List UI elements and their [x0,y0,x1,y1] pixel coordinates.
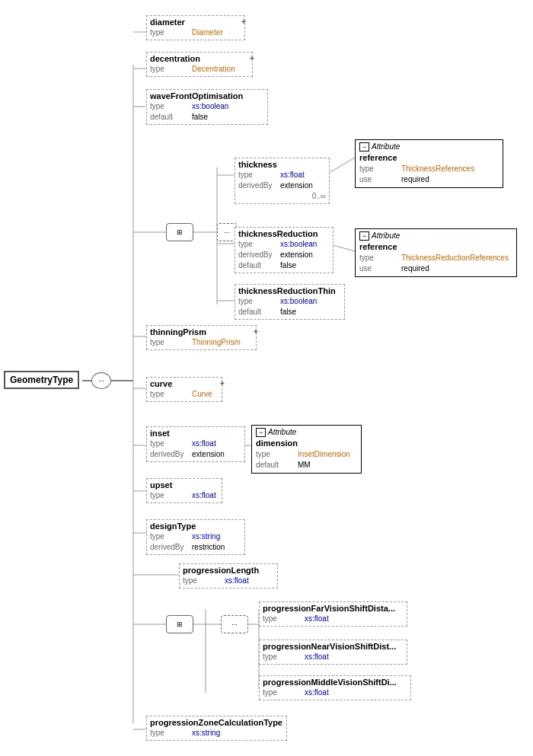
thickness-type-val: xs:float [280,170,305,180]
inset-derivedby: extension [192,449,225,460]
inset-dimension-attr-header: − Attribute [256,428,357,436]
thinning-prism-plus: + [254,327,258,336]
decentration-plus: + [250,54,254,62]
curve-plus: + [220,379,225,388]
inset-type: xs:float [192,439,216,449]
progression-near-vision-type: xs:float [305,652,329,662]
thickness-attr-type: ThicknessReferences [401,164,474,174]
main-connector-ellipse: ··· [91,372,111,389]
thickness-reduction-title: thicknessReduction [238,229,330,238]
progression-middle-vision-box: progressionMiddleVisionShiftDi... type x… [259,675,411,700]
design-type-title: designType [150,522,241,531]
diameter-plus: + [241,18,246,26]
main-connector-dots: ··· [98,377,104,384]
progression-length-title: progressionLength [183,566,274,575]
design-type-box: designType type xs:string derivedBy rest… [146,519,245,555]
geometry-type-label: GeometryType [10,375,73,385]
progression-zone-box: progressionZoneCalculationType type xs:s… [146,716,287,741]
thickness-attr-use: required [401,174,429,185]
progression-hash-connector: ⊞ [166,615,193,633]
thickness-reduction-attr-type: ThicknessReductionReferences [401,253,509,263]
thickness-reduction-type: xs:boolean [280,239,317,250]
upset-title: upset [150,480,219,490]
decentration-title: decentration [150,54,249,63]
thickness-attr-box: − Attribute reference type ThicknessRefe… [355,139,503,188]
design-type-type: xs:string [192,531,220,542]
thickness-reduction-attr-header: − Attribute [359,231,512,240]
inset-dimension-attr-box: − Attribute dimension type InsetDimensio… [251,425,362,474]
seq-dots: ··· [224,228,230,236]
thickness-attr-title: reference [359,153,499,162]
diameter-title: diameter [150,18,241,27]
curve-type: Curve [192,389,212,400]
progression-far-vision-box: progressionFarVisionShiftDista... type x… [259,601,407,627]
hash-connector-symbol: ⊞ [177,228,183,236]
wave-front-type-lbl: type [150,101,192,112]
thickness-cardinality: 0..∞ [312,191,326,202]
diameter-box: diameter type Diameter [146,15,245,40]
thickness-reduction-attr-use: required [401,263,429,274]
progression-near-vision-title: progressionNearVisionShiftDist... [263,642,404,651]
design-type-derivedby: restriction [192,542,225,553]
inset-dimension-default: MM [298,460,311,471]
decentration-box: decentration type Decentration [146,52,253,77]
progression-zone-type: xs:string [192,728,220,738]
thickness-attr-label: Attribute [372,142,400,151]
progression-middle-vision-type: xs:float [305,687,329,698]
thinning-prism-box: thinningPrism type ThinningPrism [146,325,257,350]
thickness-reduction-thin-title: thicknessReductionThin [238,286,341,295]
curve-title: curve [150,379,219,388]
wave-front-default-lbl: default [150,112,192,123]
wave-front-default-val: false [192,112,208,123]
thickness-reduction-attr-box: − Attribute reference type ThicknessRedu… [355,228,517,277]
inset-box: inset type xs:float derivedBy extension [146,426,245,462]
hash-connector-left: ⊞ [166,223,193,241]
wave-front-type-val: xs:boolean [192,101,228,112]
upset-box: upset type xs:float [146,478,222,503]
progression-near-vision-box: progressionNearVisionShiftDist... type x… [259,640,407,665]
thickness-type-lbl: type [238,170,280,180]
progression-length-type: xs:float [225,576,249,586]
decentration-type-val: Decentration [192,64,235,75]
thickness-reduction-thin-type: xs:boolean [280,296,317,307]
thickness-reduction-attr-title: reference [359,242,512,251]
inset-dimension-attr-label: Attribute [268,428,296,436]
thickness-title: thickness [238,160,326,169]
thickness-reduction-thin-default: false [280,307,296,317]
geometry-type-node: GeometryType [4,371,79,389]
thickness-reduction-thin-box: thicknessReductionThin type xs:boolean d… [235,284,345,320]
thickness-reduction-default: false [280,260,296,271]
progression-zone-title: progressionZoneCalculationType [150,718,283,727]
curve-box: curve type Curve [146,377,222,402]
thickness-derivedby-val: extension [280,180,313,191]
thickness-attr-header: − Attribute [359,142,499,151]
thickness-reduction-derivedby: extension [280,250,313,260]
inset-title: inset [150,429,241,438]
progression-far-vision-type: xs:float [305,614,329,624]
wave-front-title: waveFrontOptimisation [150,91,264,100]
upset-type: xs:float [192,490,216,501]
diameter-type-lbl: type [150,27,192,38]
thickness-derivedby-lbl: derivedBy [238,180,280,191]
thickness-reduction-box: thicknessReduction type xs:boolean deriv… [235,227,334,273]
progression-dot-connector: ··· [221,615,248,633]
diameter-type-val: Diameter [192,27,223,38]
inset-dimension-title: dimension [256,439,357,448]
progression-middle-vision-title: progressionMiddleVisionShiftDi... [263,678,407,687]
inset-dimension-type: InsetDimension [298,449,350,460]
progression-far-vision-title: progressionFarVisionShiftDista... [263,604,404,613]
progression-length-box: progressionLength type xs:float [179,563,278,589]
wave-front-box: waveFrontOptimisation type xs:boolean de… [146,89,268,125]
decentration-type-lbl: type [150,64,192,75]
thickness-box: thickness type xs:float derivedBy extens… [235,158,330,204]
thinning-prism-type: ThinningPrism [192,337,241,348]
thinning-prism-title: thinningPrism [150,327,253,337]
thickness-reduction-attr-label: Attribute [372,231,400,240]
